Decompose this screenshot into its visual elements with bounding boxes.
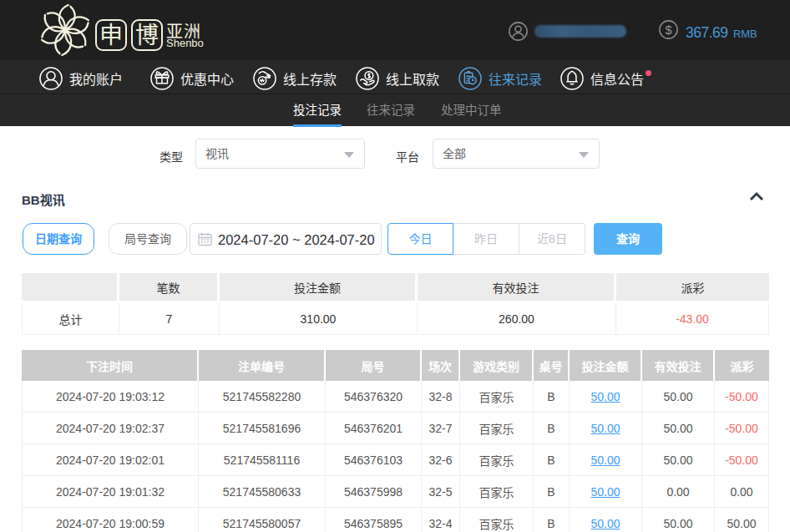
svg-text:$: $ [665, 23, 671, 37]
